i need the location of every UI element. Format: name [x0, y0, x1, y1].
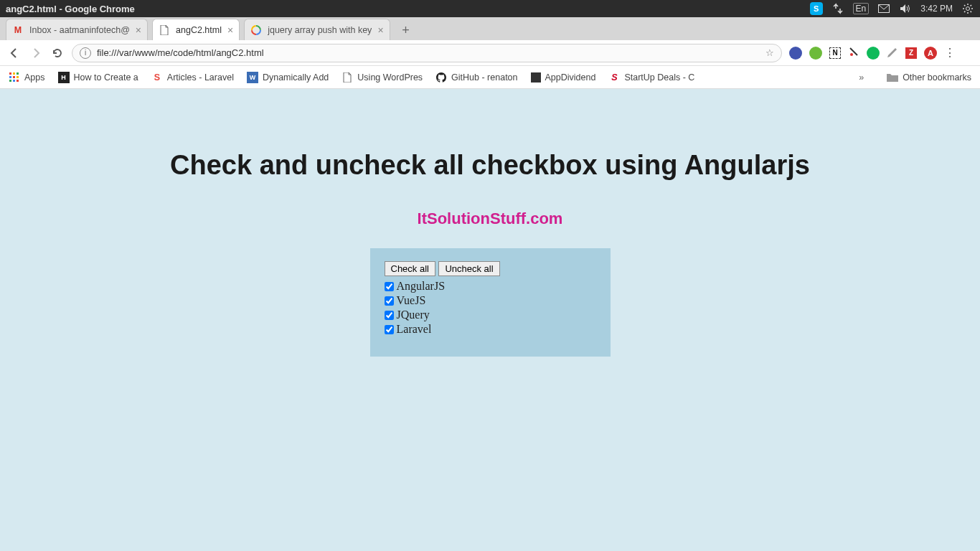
keyboard-lang[interactable]: En: [853, 3, 870, 14]
close-icon[interactable]: ×: [136, 24, 141, 36]
system-tray: S En 3:42 PM: [810, 2, 974, 15]
checkbox-label: AngularJS: [397, 279, 446, 293]
bookmark-label: GitHub - renaton: [451, 72, 517, 83]
site-info-icon[interactable]: i: [80, 47, 91, 59]
address-bar[interactable]: i file:///var/www/me/code/html/angC2.htm…: [72, 44, 782, 62]
apps-icon: [9, 72, 20, 83]
bookmark-item[interactable]: S Articles - Laravel: [151, 72, 234, 83]
checkbox-label: Laravel: [397, 322, 432, 336]
checkbox-input[interactable]: [385, 296, 394, 306]
svg-rect-17: [17, 72, 19, 75]
svg-point-1: [966, 7, 970, 11]
other-bookmarks[interactable]: Other bookmarks: [887, 72, 971, 83]
os-top-panel: angC2.html - Google Chrome S En 3:42 PM: [0, 0, 980, 17]
bookmark-item[interactable]: AppDividend: [531, 72, 596, 83]
bookmark-label: Using WordPres: [357, 72, 423, 83]
page-title: Check and uncheck all checkbox using Ang…: [0, 150, 980, 181]
bookmarks-bar: Apps H How to Create a S Articles - Lara…: [0, 66, 980, 89]
svg-rect-15: [9, 72, 11, 75]
bookmark-favicon: [531, 72, 541, 83]
svg-line-7: [971, 11, 971, 12]
checkbox-panel: Check all Uncheck all AngularJS VueJS JQ…: [370, 248, 611, 357]
bookmark-item[interactable]: Using WordPres: [341, 72, 423, 83]
extension-icon[interactable]: [887, 46, 898, 60]
back-button[interactable]: [7, 46, 22, 60]
tab-title: Inbox - aatmaninfotech@: [29, 25, 130, 35]
chrome-menu-icon[interactable]: ⋮: [944, 46, 956, 60]
clock[interactable]: 3:42 PM: [920, 4, 953, 14]
browser-tab-bar: M Inbox - aatmaninfotech@ × angC2.html ×…: [0, 17, 980, 40]
bookmarks-overflow[interactable]: »: [859, 72, 864, 83]
extension-icon[interactable]: N: [829, 47, 841, 59]
svg-line-8: [964, 11, 965, 12]
check-all-button[interactable]: Check all: [385, 261, 435, 276]
svg-rect-22: [13, 80, 15, 82]
extension-icon[interactable]: [809, 47, 822, 60]
github-icon: [435, 72, 447, 83]
checkbox-label: VueJS: [397, 293, 426, 308]
bookmark-label: Apps: [24, 72, 45, 83]
svg-rect-21: [9, 80, 11, 82]
list-item: JQuery: [385, 308, 596, 322]
bookmark-favicon: H: [58, 72, 70, 83]
list-item: VueJS: [385, 293, 596, 308]
svg-line-9: [971, 5, 971, 6]
reload-button[interactable]: [50, 46, 65, 60]
svg-rect-18: [9, 76, 11, 78]
page-viewport: Check and uncheck all checkbox using Ang…: [0, 89, 980, 551]
volume-icon[interactable]: [899, 2, 912, 15]
checkbox-input[interactable]: [385, 282, 394, 291]
bookmark-star-icon[interactable]: ☆: [765, 47, 774, 58]
bookmark-label: Dynamically Add: [263, 72, 329, 83]
mail-icon[interactable]: [877, 2, 890, 15]
svg-rect-16: [13, 72, 15, 75]
bookmark-favicon: W: [247, 72, 258, 83]
extension-icons: N Z A ⋮: [789, 46, 956, 60]
bookmark-item[interactable]: S StartUp Deals - C: [608, 72, 694, 83]
google-icon: [250, 24, 262, 36]
list-item: Laravel: [385, 322, 596, 336]
updown-arrows-icon[interactable]: [831, 2, 844, 15]
browser-tab[interactable]: angC2.html ×: [152, 19, 240, 40]
bookmark-label: Articles - Laravel: [167, 72, 234, 83]
bookmark-label: Other bookmarks: [903, 72, 971, 83]
page-subtitle: ItSolutionStuff.com: [0, 209, 980, 228]
browser-tab[interactable]: M Inbox - aatmaninfotech@ ×: [6, 19, 148, 40]
bookmark-label: AppDividend: [545, 72, 596, 83]
list-item: AngularJS: [385, 279, 596, 293]
svg-line-6: [964, 5, 965, 6]
url-text: file:///var/www/me/code/html/angC2.html: [97, 47, 760, 58]
bookmark-item[interactable]: GitHub - renaton: [435, 72, 517, 83]
checkbox-list: AngularJS VueJS JQuery Laravel: [385, 279, 596, 336]
bookmark-label: StartUp Deals - C: [624, 72, 694, 83]
close-icon[interactable]: ×: [377, 24, 383, 36]
tab-title: jquery array push with key: [268, 25, 372, 35]
checkbox-input[interactable]: [385, 311, 394, 320]
apps-shortcut[interactable]: Apps: [9, 72, 45, 83]
bookmark-label: How to Create a: [74, 72, 138, 83]
new-tab-button[interactable]: +: [397, 22, 415, 39]
uncheck-all-button[interactable]: Uncheck all: [438, 261, 499, 276]
svg-point-14: [850, 53, 853, 56]
bookmark-favicon: S: [608, 72, 620, 83]
checkbox-input[interactable]: [385, 325, 394, 334]
window-title: angC2.html - Google Chrome: [6, 4, 135, 14]
extension-icon[interactable]: [848, 46, 859, 60]
browser-tab[interactable]: jquery array push with key ×: [244, 19, 390, 40]
extension-icon[interactable]: [867, 47, 880, 60]
forward-button[interactable]: [29, 46, 43, 60]
gear-icon[interactable]: [961, 2, 974, 15]
skype-icon[interactable]: S: [810, 2, 823, 15]
bookmark-item[interactable]: H How to Create a: [58, 72, 138, 83]
checkbox-label: JQuery: [397, 308, 430, 322]
file-icon: [159, 24, 170, 36]
svg-rect-23: [17, 80, 19, 82]
bookmark-item[interactable]: W Dynamically Add: [247, 72, 329, 83]
browser-toolbar: i file:///var/www/me/code/html/angC2.htm…: [0, 40, 980, 66]
tab-title: angC2.html: [176, 25, 222, 35]
extension-icon[interactable]: Z: [905, 47, 917, 59]
folder-icon: [887, 72, 898, 83]
close-icon[interactable]: ×: [227, 24, 233, 36]
extension-icon[interactable]: A: [924, 47, 937, 60]
extension-icon[interactable]: [789, 47, 802, 60]
